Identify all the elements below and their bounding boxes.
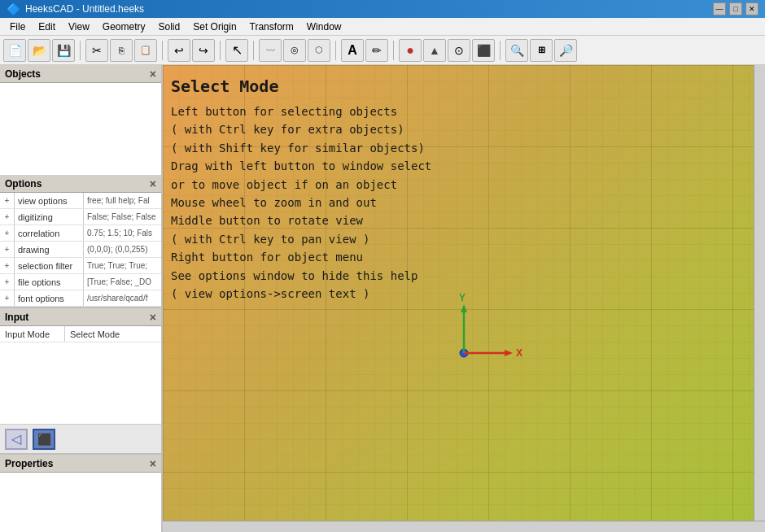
cylinder-button[interactable]: ⊙: [448, 39, 470, 62]
undo-button[interactable]: ↩: [168, 39, 190, 62]
menu-file[interactable]: File: [3, 18, 32, 35]
select-mode-line-5: or to move object if on an object: [171, 176, 431, 194]
options-row-selection[interactable]: + selection filter True; True; True;: [0, 258, 161, 274]
select-mode-line-3: ( with Shift key for similar objects): [171, 139, 431, 157]
toolbar-separator-4: [253, 41, 254, 60]
properties-content: [0, 473, 161, 532]
options-row-file[interactable]: + file options [True; False; _DO: [0, 274, 161, 290]
options-row-font[interactable]: + font options /usr/share/qcad/f: [0, 290, 161, 307]
expand-icon-digitizing[interactable]: +: [0, 209, 15, 225]
app-icon: 🔷: [7, 2, 20, 15]
objects-panel-header: Objects ×: [0, 65, 161, 83]
expand-icon-selection[interactable]: +: [0, 258, 15, 273]
open-button[interactable]: 📂: [28, 39, 50, 62]
select-mode-line-8: ( with Ctrl key to pan view ): [171, 230, 431, 248]
left-panel: Objects × Options × + view options free;…: [0, 65, 163, 532]
snap-line-button[interactable]: 〰: [259, 39, 282, 62]
select-mode-line-11: ( view options->screen text ): [171, 285, 431, 303]
vertical-scrollbar[interactable]: [754, 65, 765, 521]
options-val-drawing: (0,0,0); (0,0,255): [84, 245, 161, 254]
expand-icon-correlation[interactable]: +: [0, 225, 15, 241]
input-panel-close[interactable]: ×: [150, 311, 156, 324]
horizontal-scrollbar[interactable]: [163, 521, 765, 532]
input-row-mode: Input Mode Select Mode: [0, 326, 161, 342]
options-key-file: file options: [15, 274, 84, 290]
input-key-mode: Input Mode: [0, 326, 65, 342]
title-bar-controls[interactable]: — □ ✕: [713, 2, 758, 15]
sketch-button[interactable]: ✏: [365, 39, 388, 62]
minimize-button[interactable]: —: [713, 2, 726, 15]
save-button[interactable]: 💾: [52, 39, 75, 62]
copy-button[interactable]: ⎘: [110, 39, 133, 62]
viewport[interactable]: Select Mode Left button for selecting ob…: [163, 65, 765, 532]
paste-button[interactable]: 📋: [134, 39, 157, 62]
select-mode-line-6: Mouse wheel to zoom in and out: [171, 194, 431, 211]
toolbar-separator-5: [335, 41, 336, 60]
expand-icon-view[interactable]: +: [0, 193, 15, 208]
menu-transform[interactable]: Transform: [243, 18, 300, 35]
options-key-digitizing: digitizing: [15, 209, 84, 225]
maximize-button[interactable]: □: [729, 2, 742, 15]
cone-button[interactable]: ▲: [423, 39, 446, 62]
options-row-drawing[interactable]: + drawing (0,0,0); (0,0,255): [0, 242, 161, 258]
select-mode-line-4: Drag with left button to window select: [171, 157, 431, 175]
zoom-selected-button[interactable]: 🔎: [554, 39, 577, 62]
select-mode-title: Select Mode: [171, 73, 431, 99]
expand-icon-drawing[interactable]: +: [0, 242, 15, 257]
options-key-drawing: drawing: [15, 242, 84, 257]
toolbar: 📄 📂 💾 ✂ ⎘ 📋 ↩ ↪ ↖ 〰 ◎ ⬡ A ✏ ● ▲ ⊙ ⬛ 🔍 ⊞ …: [0, 36, 765, 65]
toolbar-separator-2: [162, 41, 163, 60]
options-row-view[interactable]: + view options free; full help; Fal: [0, 193, 161, 209]
options-key-correlation: correlation: [15, 225, 84, 241]
select-mode-line-7: Middle button to rotate view: [171, 211, 431, 229]
text-button[interactable]: A: [341, 39, 364, 62]
menu-view[interactable]: View: [62, 18, 96, 35]
redo-button[interactable]: ↪: [192, 39, 215, 62]
select-mode-line-9: Right button for object menu: [171, 248, 431, 266]
menu-window[interactable]: Window: [300, 18, 348, 35]
options-key-view: view options: [15, 193, 84, 208]
options-panel: Options × + view options free; full help…: [0, 175, 161, 308]
expand-icon-file[interactable]: +: [0, 274, 15, 290]
svg-marker-4: [505, 350, 513, 356]
toolbar-separator-6: [393, 41, 394, 60]
input-content: Input Mode Select Mode: [0, 326, 161, 424]
menu-bar: File Edit View Geometry Solid Set Origin…: [0, 18, 765, 36]
options-row-correlation[interactable]: + correlation 0.75; 1.5; 10; Fals: [0, 225, 161, 242]
zoom-all-button[interactable]: ⊞: [530, 39, 553, 62]
menu-geometry[interactable]: Geometry: [96, 18, 152, 35]
options-row-digitizing[interactable]: + digitizing False; False; False: [0, 209, 161, 225]
box-button[interactable]: ⬛: [472, 39, 495, 62]
properties-panel: Properties ×: [0, 455, 161, 532]
options-panel-close[interactable]: ×: [150, 177, 156, 190]
options-val-font: /usr/share/qcad/f: [84, 294, 161, 303]
svg-marker-6: [461, 304, 467, 312]
select-button[interactable]: ↖: [225, 39, 248, 62]
snap-circle-button[interactable]: ◎: [283, 39, 306, 62]
new-button[interactable]: 📄: [3, 39, 26, 62]
objects-panel: Objects ×: [0, 65, 161, 175]
menu-edit[interactable]: Edit: [32, 18, 62, 35]
cut-button[interactable]: ✂: [85, 39, 108, 62]
objects-panel-close[interactable]: ×: [150, 68, 156, 81]
snap-point-button[interactable]: ⬡: [308, 39, 330, 62]
options-content: + view options free; full help; Fal + di…: [0, 193, 161, 307]
close-button[interactable]: ✕: [745, 2, 758, 15]
zoom-window-button[interactable]: 🔍: [505, 39, 528, 62]
y-axis-label: Y: [459, 292, 466, 303]
select-mode-line-1: Left button for selecting objects: [171, 102, 431, 120]
expand-icon-font[interactable]: +: [0, 290, 15, 306]
sphere-button[interactable]: ●: [399, 39, 422, 62]
input-panel: Input × Input Mode Select Mode ◁ ⬛: [0, 308, 161, 455]
menu-solid[interactable]: Solid: [152, 18, 187, 35]
input-val-mode: Select Mode: [65, 329, 161, 339]
menu-set-origin[interactable]: Set Origin: [186, 18, 243, 35]
properties-panel-close[interactable]: ×: [150, 457, 156, 470]
input-panel-header: Input ×: [0, 308, 161, 326]
options-panel-header: Options ×: [0, 175, 161, 193]
objects-content: [0, 83, 161, 175]
input-icon-select[interactable]: ⬛: [33, 429, 55, 450]
toolbar-separator-3: [220, 41, 221, 60]
input-icon-back[interactable]: ◁: [5, 429, 28, 450]
input-icons-bar: ◁ ⬛: [0, 424, 161, 453]
